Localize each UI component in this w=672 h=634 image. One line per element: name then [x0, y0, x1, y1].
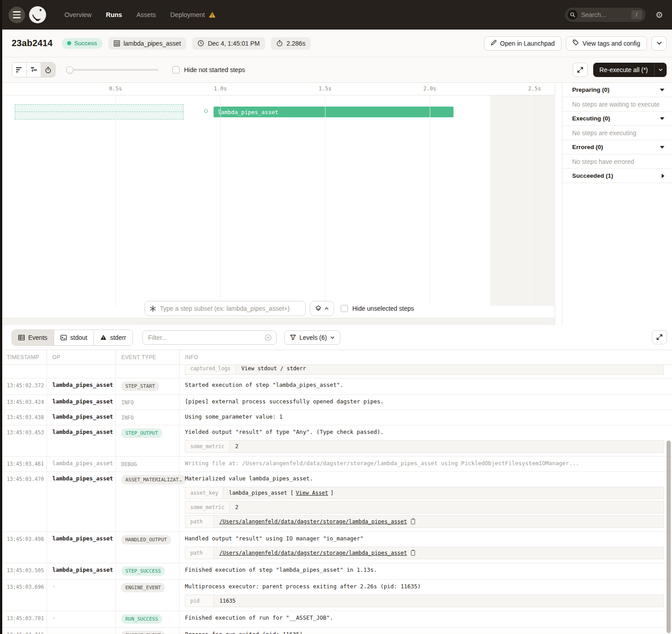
event-timestamp: [0, 365, 47, 378]
top-nav: OverviewRunsAssetsDeployment / ⚙: [0, 0, 672, 30]
metadata-key: captured_logs: [185, 365, 236, 374]
stopwatch-icon: [45, 67, 51, 73]
event-timestamp: 13:45:03.470: [0, 472, 47, 531]
event-op: lambda_pipes_asset: [47, 395, 116, 410]
col-info: INFO: [179, 350, 672, 364]
event-row[interactable]: 13:45:03.438lambda_pipes_assetINFOUsing …: [0, 410, 672, 425]
event-type-badge: ENGINE_EVENT: [121, 583, 165, 592]
chevron-down-icon: [330, 336, 334, 339]
search-input[interactable]: [581, 11, 626, 18]
copy-icon[interactable]: [411, 550, 415, 556]
tab-stderr[interactable]: stderr: [94, 330, 133, 345]
sidebar-section-preparing[interactable]: Preparing (0): [562, 83, 672, 97]
status-badge: Success: [62, 38, 103, 49]
event-row[interactable]: 13:45:03.505lambda_pipes_assetSTEP_SUCCE…: [0, 563, 672, 580]
start-time: Dec 4, 1:45:01 PM: [208, 40, 260, 47]
event-row[interactable]: 13:45:03.461lambda_pipes_assetDEBUGWriti…: [0, 457, 672, 472]
zoom-slider-handle[interactable]: [66, 66, 73, 73]
event-info-text: Started execution of step "lambda_pipes_…: [185, 381, 667, 389]
event-op: -: [47, 580, 116, 611]
nav-item-overview[interactable]: Overview: [64, 11, 91, 18]
graph-options-button[interactable]: [310, 301, 334, 316]
tab-stdout[interactable]: stdout: [54, 330, 94, 345]
event-info-text: Using some_parameter value: 1: [185, 413, 667, 421]
vertical-scrollbar[interactable]: [667, 441, 671, 633]
warning-icon: [209, 12, 216, 18]
event-row[interactable]: 13:45:03.424lambda_pipes_assetINFO[pipes…: [0, 395, 672, 410]
waterfall-gantt-icon: [31, 67, 37, 73]
job-name-pill[interactable]: lambda_pipes_asset: [108, 37, 186, 50]
levels-dropdown[interactable]: Levels (6): [284, 330, 340, 345]
log-filter-box[interactable]: [142, 330, 277, 345]
open-in-launchpad-button[interactable]: Open in Launchpad: [484, 36, 561, 51]
hide-not-started-checkbox[interactable]: [172, 66, 180, 73]
hamburger-menu-button[interactable]: [9, 7, 25, 23]
expand-gantt-button[interactable]: [573, 63, 588, 77]
timed-view-button[interactable]: [41, 63, 55, 77]
search-box[interactable]: /: [565, 8, 646, 22]
gantt-step-bar[interactable]: lambda_pipes_asset: [214, 107, 454, 117]
view-asset-link[interactable]: View Asset: [296, 490, 328, 496]
expand-events-button[interactable]: [652, 330, 667, 344]
tab-events[interactable]: Events: [12, 330, 54, 345]
sidebar-section-executing[interactable]: Executing (0): [562, 111, 672, 126]
event-info-cell: Writing file at: /Users/alangenfeld/data…: [179, 457, 672, 471]
gear-icon[interactable]: ⚙: [655, 11, 663, 19]
event-info-cell: Materialized value lambda_pipes_asset.as…: [179, 472, 672, 531]
event-info-text: Yielded output "result" of type "Any". (…: [185, 428, 667, 436]
metadata-value-text: View stdout / stderr: [241, 365, 306, 372]
nav-item-assets[interactable]: Assets: [137, 11, 156, 18]
col-op: OP: [47, 350, 116, 364]
event-timestamp: 13:45:03.424: [0, 395, 47, 410]
flat-view-button[interactable]: [12, 63, 26, 77]
event-row[interactable]: 13:45:03.701-RUN_SUCCESSFinished executi…: [0, 611, 672, 628]
log-filter-input[interactable]: [148, 334, 265, 341]
caret-down-icon: [660, 117, 664, 120]
sidebar-section-errored[interactable]: Errored (0): [562, 140, 672, 154]
clear-filter-icon[interactable]: [265, 334, 272, 341]
nav-item-runs[interactable]: Runs: [106, 11, 122, 18]
hide-unselected-checkbox-row[interactable]: Hide unselected steps: [341, 305, 414, 312]
event-info-text: Materialized value lambda_pipes_asset.: [185, 475, 667, 483]
sidebar-section-succeeded[interactable]: Succeeded (1): [562, 169, 672, 183]
run-header: 23ab2414 Success lambda_pipes_asset Dec …: [0, 30, 672, 57]
event-metadata: some_metric2: [185, 440, 664, 453]
dagster-logo[interactable]: [29, 6, 47, 24]
path-link[interactable]: /Users/alangenfeld/data/dagster/storage/…: [219, 550, 407, 556]
event-row[interactable]: 13:45:02.372lambda_pipes_assetSTEP_START…: [0, 378, 672, 395]
event-info-text: [pipes] external process successfully op…: [185, 398, 667, 406]
event-row[interactable]: captured_logsView stdout / stderr: [0, 365, 672, 378]
waterfall-view-button[interactable]: [26, 63, 41, 77]
nav-right: / ⚙: [565, 8, 663, 22]
reexecute-all-button[interactable]: Re-execute all (*): [593, 63, 667, 77]
levels-label: Levels (6): [300, 334, 327, 341]
path-link[interactable]: /Users/alangenfeld/data/dagster/storage/…: [219, 518, 407, 525]
hide-not-started-label: Hide not started steps: [184, 66, 245, 73]
step-subset-inputbox[interactable]: [145, 301, 306, 316]
gantt-chart: 0.5s1.0s1.5s2.0s2.5s lambda_pipes_asset …: [0, 83, 555, 326]
start-time-pill: Dec 4, 1:45:01 PM: [192, 37, 265, 50]
event-row[interactable]: 13:45:03.498lambda_pipes_assetHANDLED_OU…: [0, 532, 672, 563]
nav-item-label: Assets: [137, 11, 156, 18]
metadata-row: asset_keylambda_pipes_asset [View Asset]: [185, 487, 664, 499]
event-row[interactable]: 13:45:03.696-ENGINE_EVENTMultiprocess ex…: [0, 580, 672, 611]
event-row[interactable]: 13:45:03.470lambda_pipes_assetASSET_MATE…: [0, 472, 672, 532]
step-subset-input[interactable]: [160, 305, 301, 312]
hide-not-started-checkbox-row[interactable]: Hide not started steps: [172, 66, 245, 73]
event-row[interactable]: 13:45:03.716-ENGINE_EVENTProcess for run…: [0, 628, 672, 634]
nav-links: OverviewRunsAssetsDeployment: [64, 11, 216, 18]
run-actions-dropdown-button[interactable]: [651, 36, 667, 51]
event-metadata: pid11635: [185, 595, 664, 607]
nav-item-deployment[interactable]: Deployment: [170, 11, 215, 18]
events-table: TIMESTAMP OP EVENT TYPE INFO captured_lo…: [0, 350, 672, 634]
copy-icon[interactable]: [411, 519, 415, 524]
event-row[interactable]: 13:45:03.453lambda_pipes_assetSTEP_OUTPU…: [0, 425, 672, 457]
zoom-slider[interactable]: [66, 66, 158, 73]
event-op: lambda_pipes_asset: [47, 563, 116, 579]
sidebar-section-label: Errored (0): [572, 144, 603, 150]
metadata-key: path: [185, 547, 214, 559]
view-tags-config-button[interactable]: View tags and config: [566, 36, 647, 51]
reexecute-dropdown-caret[interactable]: [654, 63, 667, 77]
duration-pill: 2.286s: [271, 37, 311, 50]
hide-unselected-checkbox[interactable]: [341, 305, 348, 312]
